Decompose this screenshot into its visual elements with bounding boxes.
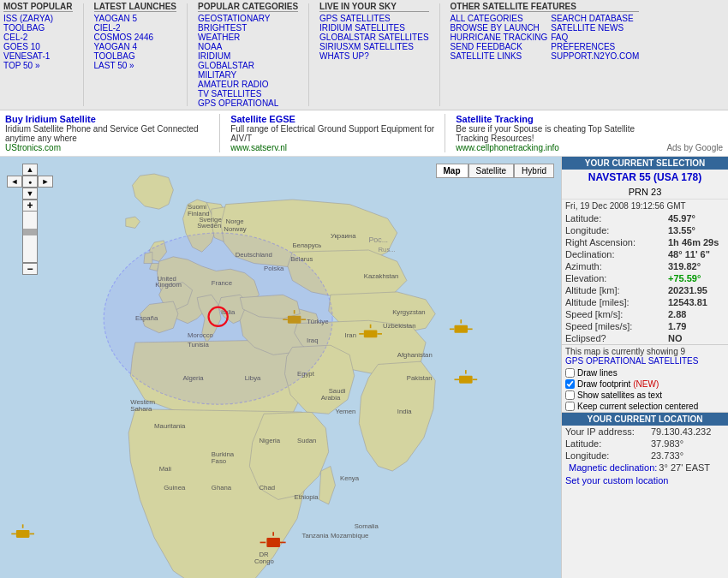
nav-geostationary[interactable]: GEOSTATIONARY [198,14,298,23]
map-btn-map[interactable]: Map [436,164,468,178]
show-as-text-label: Show satellites as text [577,390,662,400]
nav-military[interactable]: MILITARY [198,70,298,80]
ad-3: Satellite Tracking Be sure if your Spous… [456,114,659,152]
nav-weather[interactable]: WEATHER [198,33,298,42]
show-as-text-checkbox[interactable] [565,390,575,400]
nav-all-cats[interactable]: ALL CATEGORIES [451,14,548,23]
nav-whatsup[interactable]: WHATS UP? [319,51,428,61]
pan-up-button[interactable]: ▲ [22,164,38,176]
draw-footprint-checkbox[interactable] [565,379,575,389]
nav-sirius-sats[interactable]: SIRIUSXM SATELLITES [319,42,428,51]
map-area[interactable]: France Deutschland Polska Беларусь Belar… [0,157,561,578]
nav-last50[interactable]: LAST 50 » [94,61,176,70]
nav-cosmos2446[interactable]: COSMOS 2446 [94,33,176,42]
nav-search-db[interactable]: SEARCH DATABASE [551,14,639,23]
nav-yaogan5[interactable]: YAOGAN 5 [94,14,176,23]
svg-text:Tanzania: Tanzania [302,532,330,539]
nav-prefs[interactable]: PREFERENCES [551,42,639,51]
nav-faq[interactable]: FAQ [551,33,639,42]
nav-gps-sats[interactable]: GPS SATELLITES [319,14,428,23]
zoom-in-button[interactable]: + [22,200,38,212]
nav-noaa[interactable]: NOAA [198,42,298,51]
nav-toolbag[interactable]: TOOLBAG [3,23,73,33]
field-alt-miles-value: 12543.81 [668,297,707,307]
svg-text:Afghanistan: Afghanistan [397,351,433,359]
draw-lines-checkbox[interactable] [565,368,575,378]
nav-globalstar[interactable]: GLOBALSTAR [198,61,298,70]
nav-toolbag2[interactable]: TOOLBAG [94,51,176,61]
pan-left-button[interactable]: ◄ [7,176,22,188]
satellite-name[interactable]: NAVSTAR 55 (USA 178) [562,170,728,185]
ads-bar: Buy Iridium Satellite Iridium Satellite … [0,110,728,157]
svg-text:India: India [397,408,413,415]
satellite-datetime: Fri, 19 Dec 2008 19:12:56 GMT [562,199,728,212]
field-speed-miles-value: 1.79 [668,321,686,331]
nav-cel2[interactable]: CEL-2 [3,33,73,42]
nav-n2yo[interactable]: SUPPORT.N2YO.COM [551,51,639,61]
nav-sat-links[interactable]: SATELLITE LINKS [451,51,548,61]
nav-globalstar-sats[interactable]: GLOBALSTAR SATELLITES [319,33,428,42]
ad-2-text: Full range of Electrical Ground Support … [230,124,434,143]
location-ip-row: Your IP address: 79.130.43.232 [562,426,728,438]
ad-2-url: www.satserv.nl [230,143,434,152]
location-ip-label: Your IP address: [565,426,651,437]
field-elevation-value: +75.59° [668,273,701,283]
field-ra-label: Right Ascension: [565,237,668,247]
nav-iridium-sats[interactable]: IRIDIUM SATELLITES [319,23,428,33]
nav-iss[interactable]: ISS (ZARYA) [3,14,73,23]
field-alt-km-value: 20231.95 [668,285,707,295]
map-btn-hybrid[interactable]: Hybrid [514,164,554,178]
svg-rect-82 [454,325,468,333]
location-lon-label: Longitude: [565,450,651,461]
nav-sat-news[interactable]: SATELLITE NEWS [551,23,639,33]
ad-3-title[interactable]: Satellite Tracking [456,114,659,124]
nav-goes10[interactable]: GOES 10 [3,42,73,51]
nav-hurricane[interactable]: HURRICANE TRACKING [451,33,548,42]
nav-gps-ops[interactable]: GPS OPERATIONAL [198,98,298,108]
draw-lines-row: Draw lines [562,367,728,378]
nav-top50[interactable]: TOP 50 » [3,61,73,70]
keep-centered-checkbox[interactable] [565,402,575,411]
nav-tv[interactable]: TV SATELLITES [198,89,298,98]
show-as-text-row: Show satellites as text [562,390,728,401]
nav-send-feedback[interactable]: SEND FEEDBACK [451,42,548,51]
nav-ciel2[interactable]: CIEL-2 [94,23,176,33]
zoom-slider-thumb[interactable] [23,229,37,235]
gps-operational-link[interactable]: GPS OPERATIONAL SATELLITES [565,356,698,366]
map-btn-satellite[interactable]: Satellite [468,164,515,178]
svg-text:Sweden: Sweden [197,222,221,229]
field-declination-value: 48° 11' 6" [668,249,710,259]
zoom-out-button[interactable]: − [22,263,38,275]
ad-2-title[interactable]: Satellite EGSE [230,114,434,124]
nav-yaogan4[interactable]: YAOGAN 4 [94,42,176,51]
field-alt-miles: Altitude [miles]: 12543.81 [562,296,728,308]
zoom-slider-track[interactable] [22,212,38,263]
svg-text:Norge: Norge [226,217,244,225]
nav-brightest[interactable]: BRIGHTEST [198,23,298,33]
map-type-buttons: Map Satellite Hybrid [436,164,554,178]
pan-down-button[interactable]: ▼ [22,188,38,200]
field-ra-value: 1h 46m 29s [668,237,719,247]
pan-right-button[interactable]: ► [38,176,53,188]
ad-1-title[interactable]: Buy Iridium Satellite [5,114,209,124]
pan-center-button[interactable]: ● [22,176,38,188]
satellite-prn: PRN 23 [562,185,728,199]
nav-popular-categories: POPULAR CATEGORIES GEOSTATIONARY BRIGHTE… [198,2,298,108]
svg-text:Congo: Congo [254,557,274,565]
magnetic-dec-link[interactable]: Magnetic declination: [565,462,657,473]
svg-text:Sahara: Sahara [130,405,152,413]
svg-text:Mozambique: Mozambique [331,532,368,539]
svg-text:Iran: Iran [345,331,356,339]
nav-most-popular: MOST POPULAR ISS (ZARYA) TOOLBAG CEL-2 G… [3,2,73,108]
nav-amateur[interactable]: AMATEUR RADIO [198,80,298,89]
nav-venesat[interactable]: VENESAT-1 [3,51,73,61]
nav-iridium[interactable]: IRIDIUM [198,51,298,61]
custom-location-link[interactable]: Set your custom location [562,474,728,487]
svg-text:Somalia: Somalia [355,522,379,530]
ad-2: Satellite EGSE Full range of Electrical … [230,114,434,152]
nav-col4-title: LIVE IN YOUR SKY [319,2,428,12]
nav-browse[interactable]: BROWSE BY LAUNCH [451,23,548,33]
field-speed-miles: Speed [miles/s]: 1.79 [562,320,728,332]
ad-1-url: UStronics.com [5,143,209,152]
field-declination: Declination: 48° 11' 6" [562,248,728,260]
